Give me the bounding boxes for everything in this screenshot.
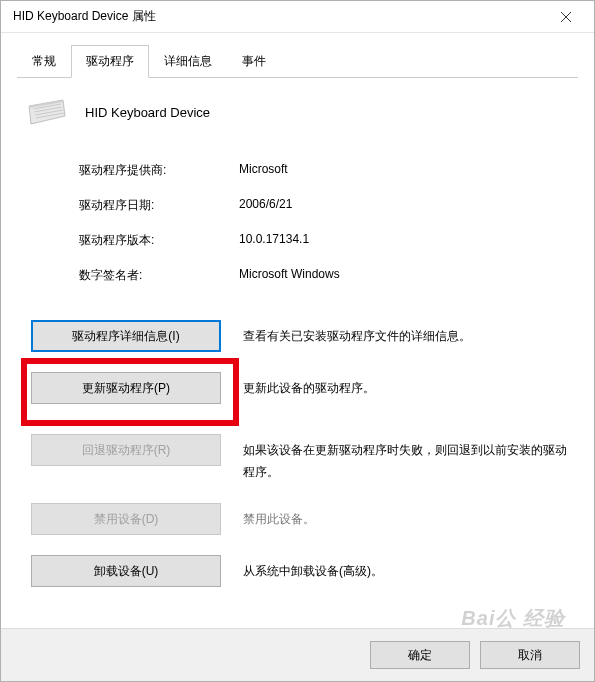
tab-driver[interactable]: 驱动程序 bbox=[71, 45, 149, 78]
titlebar: HID Keyboard Device 属性 bbox=[1, 1, 594, 33]
cancel-button[interactable]: 取消 bbox=[480, 641, 580, 669]
update-driver-desc: 更新此设备的驱动程序。 bbox=[243, 372, 570, 400]
update-driver-button[interactable]: 更新驱动程序(P) bbox=[31, 372, 221, 404]
driver-details-button[interactable]: 驱动程序详细信息(I) bbox=[31, 320, 221, 352]
rollback-driver-button: 回退驱动程序(R) bbox=[31, 434, 221, 466]
action-row-uninstall: 卸载设备(U) 从系统中卸载设备(高级)。 bbox=[25, 555, 570, 587]
provider-label: 驱动程序提供商: bbox=[79, 162, 239, 179]
info-row-provider: 驱动程序提供商: Microsoft bbox=[79, 162, 570, 179]
provider-value: Microsoft bbox=[239, 162, 288, 179]
tab-general[interactable]: 常规 bbox=[17, 45, 71, 78]
info-row-signer: 数字签名者: Microsoft Windows bbox=[79, 267, 570, 284]
driver-info: 驱动程序提供商: Microsoft 驱动程序日期: 2006/6/21 驱动程… bbox=[79, 162, 570, 284]
properties-window: HID Keyboard Device 属性 常规 驱动程序 详细信息 事件 bbox=[0, 0, 595, 682]
info-row-version: 驱动程序版本: 10.0.17134.1 bbox=[79, 232, 570, 249]
close-button[interactable] bbox=[546, 1, 586, 33]
window-title: HID Keyboard Device 属性 bbox=[13, 8, 546, 25]
device-header: HID Keyboard Device bbox=[25, 98, 570, 126]
disable-device-button: 禁用设备(D) bbox=[31, 503, 221, 535]
close-icon bbox=[561, 12, 571, 22]
uninstall-device-button[interactable]: 卸载设备(U) bbox=[31, 555, 221, 587]
version-value: 10.0.17134.1 bbox=[239, 232, 309, 249]
ok-button[interactable]: 确定 bbox=[370, 641, 470, 669]
action-row-update: 更新驱动程序(P) 更新此设备的驱动程序。 bbox=[25, 372, 570, 404]
tab-strip: 常规 驱动程序 详细信息 事件 bbox=[17, 45, 578, 78]
action-row-disable: 禁用设备(D) 禁用此设备。 bbox=[25, 503, 570, 535]
date-value: 2006/6/21 bbox=[239, 197, 292, 214]
rollback-driver-desc: 如果该设备在更新驱动程序时失败，则回退到以前安装的驱动程序。 bbox=[243, 434, 570, 483]
driver-details-desc: 查看有关已安装驱动程序文件的详细信息。 bbox=[243, 320, 570, 348]
signer-label: 数字签名者: bbox=[79, 267, 239, 284]
info-row-date: 驱动程序日期: 2006/6/21 bbox=[79, 197, 570, 214]
disable-device-desc: 禁用此设备。 bbox=[243, 503, 570, 531]
content-area: 常规 驱动程序 详细信息 事件 HID Keyboard Device 驱动程序 bbox=[1, 33, 594, 628]
watermark: Bai公 经验 bbox=[461, 605, 565, 632]
tab-content: HID Keyboard Device 驱动程序提供商: Microsoft 驱… bbox=[17, 78, 578, 618]
dialog-footer: 确定 取消 bbox=[1, 628, 594, 681]
device-name: HID Keyboard Device bbox=[85, 105, 210, 120]
version-label: 驱动程序版本: bbox=[79, 232, 239, 249]
uninstall-device-desc: 从系统中卸载设备(高级)。 bbox=[243, 555, 570, 583]
tab-events[interactable]: 事件 bbox=[227, 45, 281, 78]
keyboard-icon bbox=[27, 98, 67, 126]
action-row-details: 驱动程序详细信息(I) 查看有关已安装驱动程序文件的详细信息。 bbox=[25, 320, 570, 352]
action-row-rollback: 回退驱动程序(R) 如果该设备在更新驱动程序时失败，则回退到以前安装的驱动程序。 bbox=[25, 434, 570, 483]
signer-value: Microsoft Windows bbox=[239, 267, 340, 284]
tab-details[interactable]: 详细信息 bbox=[149, 45, 227, 78]
date-label: 驱动程序日期: bbox=[79, 197, 239, 214]
